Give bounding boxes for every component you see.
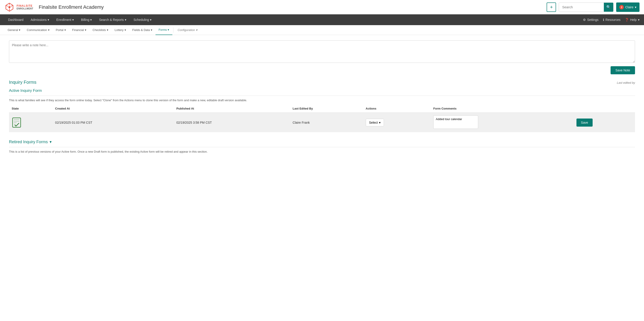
resources-nav-item[interactable]: ℹ Resources [603,18,620,22]
active-form-description: This is what families will see if they a… [9,96,635,102]
financial-chevron-icon: ▾ [85,28,86,32]
user-name: Claire [625,6,634,9]
retired-inquiry-forms-section[interactable]: Retired Inquiry Forms ▾ [9,140,635,144]
nav-item-enrollment[interactable]: Enrollment ▾ [53,14,78,25]
nav-item-dashboard[interactable]: Dashboard [4,14,27,25]
user-menu-button[interactable]: 2 Claire ▾ [616,2,640,12]
main-nav: Dashboard Admissions ▾ Enrollment ▾ Bill… [0,14,644,25]
search-input[interactable] [559,3,604,12]
table-body: 02/19/2025 01:03 PM CST 02/19/2025 3:58 … [9,113,635,132]
help-icon: ❓ [625,18,629,22]
col-save [574,104,635,113]
inquiry-forms-header-row: Inquiry Forms Last edited by [9,80,635,85]
retired-chevron-icon: ▾ [50,140,52,144]
nav-right: ⚙ Settings ℹ Resources ❓ Help ▾ [583,18,640,22]
note-textarea[interactable] [9,40,635,63]
resources-icon: ℹ [603,18,604,22]
help-nav-item[interactable]: ❓ Help ▾ [625,18,640,22]
header-right: + 🔍 2 Claire ▾ [546,2,640,12]
form-check-icon [12,117,22,128]
search-icon: 🔍 [606,5,611,9]
col-form-comments: Form Comments [430,104,574,113]
actions-select-button[interactable]: Select ▾ [366,119,384,126]
save-row-button[interactable]: Save [576,118,592,126]
logo-area: FINALSITE ENROLLMENT [4,2,33,12]
finalsite-logo [4,2,14,12]
user-chevron-icon: ▾ [635,6,636,9]
configuration-chevron-icon: ▾ [196,28,198,32]
resources-label: Resources [606,18,620,22]
communication-chevron-icon: ▾ [48,28,50,32]
save-note-button[interactable]: Save Note [610,66,635,74]
sub-nav-checklists[interactable]: Checklists ▾ [90,25,112,35]
nav-item-admissions[interactable]: Admissions ▾ [27,14,53,25]
add-button[interactable]: + [546,2,556,12]
sub-nav-financial[interactable]: Financial ▾ [69,25,90,35]
cell-actions: Select ▾ [363,113,431,132]
general-chevron-icon: ▾ [19,28,20,32]
logo-text: FINALSITE ENROLLMENT [16,4,33,10]
sub-nav-lottery[interactable]: Lottery ▾ [112,25,129,35]
settings-icon: ⚙ [583,18,586,22]
sub-nav: General ▾ Communication ▾ Portal ▾ Finan… [0,25,644,35]
sub-nav-communication[interactable]: Communication ▾ [24,25,52,35]
table-row: 02/19/2025 01:03 PM CST 02/19/2025 3:58 … [9,113,635,132]
sub-nav-forms[interactable]: Forms ▾ [156,25,172,35]
cell-state [9,113,52,132]
col-last-edited-by: Last Edited By [290,104,363,113]
search-button[interactable]: 🔍 [604,2,613,12]
cell-form-comments: Added tour calendar [430,113,574,132]
inquiry-forms-title: Inquiry Forms [9,80,36,85]
help-label: Help [630,18,636,22]
inquiry-forms-table: State Created At Published At Last Edite… [9,104,635,132]
last-edited-text: Last edited by [617,81,635,84]
cell-published-at: 02/19/2025 3:58 PM CST [174,113,290,132]
sub-nav-general[interactable]: General ▾ [4,25,24,35]
col-actions: Actions [363,104,431,113]
enrollment-chevron-icon: ▾ [72,18,74,22]
retired-inquiry-forms-title: Retired Inquiry Forms [9,140,48,144]
settings-nav-item[interactable]: ⚙ Settings [583,18,599,22]
sub-nav-portal[interactable]: Portal ▾ [53,25,69,35]
fields-data-chevron-icon: ▾ [151,28,152,32]
col-created-at: Created At [52,104,174,113]
checklists-chevron-icon: ▾ [107,28,108,32]
active-inquiry-form-title: Active Inquiry Form [9,88,635,93]
form-comment-textarea[interactable]: Added tour calendar [433,116,478,129]
forms-chevron-icon: ▾ [168,28,169,32]
main-nav-items: Dashboard Admissions ▾ Enrollment ▾ Bill… [4,14,583,25]
lottery-chevron-icon: ▾ [124,28,126,32]
cell-save-action: Save [574,113,635,132]
billing-chevron-icon: ▾ [90,18,92,22]
retired-description: This is a list of previous versions of y… [9,147,635,153]
app-title: Finalsite Enrollment Academy [38,4,104,10]
help-chevron-icon: ▾ [638,18,640,22]
sub-nav-fields-data[interactable]: Fields & Data ▾ [129,25,156,35]
cell-created-at: 02/19/2025 01:03 PM CST [52,113,174,132]
settings-label: Settings [587,18,599,22]
admissions-chevron-icon: ▾ [48,18,49,22]
search-reports-chevron-icon: ▾ [125,18,126,22]
cell-last-edited-by: Claire Frank [290,113,363,132]
top-header: FINALSITE ENROLLMENT Finalsite Enrollmen… [0,0,644,14]
select-label: Select [369,121,378,124]
sub-nav-configuration[interactable]: Configuration ▾ [174,25,200,35]
nav-item-search-reports[interactable]: Search & Reports ▾ [95,14,130,25]
nav-item-billing[interactable]: Billing ▾ [78,14,95,25]
content-area: Save Note Inquiry Forms Last edited by A… [0,35,644,321]
save-note-row: Save Note [9,66,635,74]
select-chevron-icon: ▾ [379,121,380,124]
col-published-at: Published At [174,104,290,113]
notification-badge: 2 [619,5,624,10]
search-box: 🔍 [559,2,614,12]
scheduling-chevron-icon: ▾ [150,18,152,22]
portal-chevron-icon: ▾ [64,28,66,32]
table-header: State Created At Published At Last Edite… [9,104,635,113]
col-state: State [9,104,52,113]
sub-nav-divider [173,28,174,33]
nav-item-scheduling[interactable]: Scheduling ▾ [130,14,155,25]
